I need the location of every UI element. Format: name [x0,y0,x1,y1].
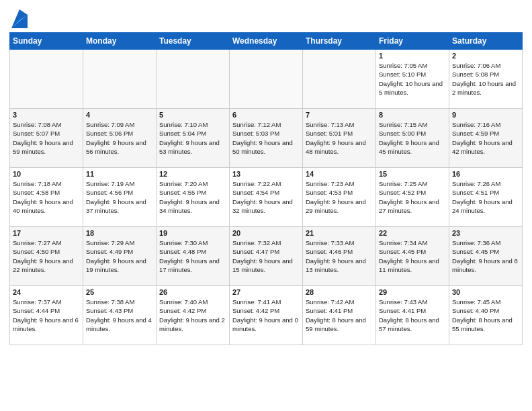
day-info: Daylight: 9 hours and 59 minutes. [13,138,80,156]
day-info: Daylight: 9 hours and 48 minutes. [306,138,373,156]
calendar-cell: 5Sunrise: 7:10 AMSunset: 5:04 PMDaylight… [157,109,230,168]
day-info: Daylight: 9 hours and 0 minutes. [232,316,300,334]
calendar-cell: 22Sunrise: 7:34 AMSunset: 4:45 PMDayligh… [376,227,449,286]
calendar-cell: 10Sunrise: 7:18 AMSunset: 4:58 PMDayligh… [10,168,83,227]
day-info: Sunrise: 7:34 AM [379,238,446,247]
day-info: Sunrise: 7:36 AM [452,238,519,247]
day-number: 17 [13,229,80,237]
day-info: Sunrise: 7:45 AM [452,298,519,306]
day-info: Sunrise: 7:32 AM [232,238,300,247]
calendar-cell: 3Sunrise: 7:08 AMSunset: 5:07 PMDaylight… [10,109,83,168]
day-info: Sunrise: 7:06 AM [452,61,519,70]
day-info: Sunset: 4:55 PM [159,188,226,197]
calendar-table: SundayMondayTuesdayWednesdayThursdayFrid… [9,32,523,345]
day-number: 14 [306,170,373,178]
day-info: Daylight: 9 hours and 19 minutes. [86,257,153,275]
day-info: Sunrise: 7:05 AM [379,61,446,70]
calendar-cell: 7Sunrise: 7:13 AMSunset: 5:01 PMDaylight… [303,109,376,168]
calendar-cell [157,50,230,109]
day-info: Sunset: 4:46 PM [306,247,373,256]
calendar-cell: 4Sunrise: 7:09 AMSunset: 5:06 PMDaylight… [83,109,157,168]
day-number: 19 [159,229,226,237]
day-number: 21 [306,229,373,237]
day-info: Daylight: 9 hours and 32 minutes. [232,197,300,216]
day-number: 6 [232,111,300,119]
week-row-4: 17Sunrise: 7:27 AMSunset: 4:50 PMDayligh… [10,227,523,286]
day-info: Daylight: 9 hours and 42 minutes. [452,138,519,156]
day-info: Sunrise: 7:41 AM [232,298,300,306]
day-info: Sunset: 4:41 PM [379,306,446,315]
day-number: 30 [452,288,519,296]
day-info: Sunrise: 7:23 AM [306,179,373,188]
day-number: 27 [232,288,300,296]
calendar-cell: 21Sunrise: 7:33 AMSunset: 4:46 PMDayligh… [303,227,376,286]
day-info: Daylight: 9 hours and 34 minutes. [159,197,226,216]
day-info: Sunset: 4:42 PM [159,306,226,315]
day-number: 7 [306,111,373,119]
day-info: Daylight: 9 hours and 22 minutes. [13,257,80,275]
day-info: Sunrise: 7:08 AM [13,120,80,129]
day-number: 8 [379,111,446,119]
day-info: Sunrise: 7:13 AM [306,120,373,129]
day-info: Sunrise: 7:16 AM [452,120,519,129]
week-row-3: 10Sunrise: 7:18 AMSunset: 4:58 PMDayligh… [10,168,523,227]
weekday-header-sunday: Sunday [10,33,83,50]
day-info: Sunset: 5:00 PM [379,129,446,138]
day-info: Daylight: 9 hours and 15 minutes. [232,257,300,275]
day-number: 12 [159,170,226,178]
day-number: 18 [86,229,153,237]
weekday-header-friday: Friday [376,33,449,50]
day-number: 13 [232,170,300,178]
day-info: Sunrise: 7:10 AM [159,120,226,129]
day-info: Sunrise: 7:18 AM [13,179,80,188]
day-number: 4 [86,111,153,119]
calendar-cell: 13Sunrise: 7:22 AMSunset: 4:54 PMDayligh… [230,168,303,227]
day-info: Sunrise: 7:43 AM [379,298,446,306]
day-info: Sunset: 4:43 PM [86,306,153,315]
weekday-header-saturday: Saturday [449,33,523,50]
day-number: 26 [159,288,226,296]
day-number: 20 [232,229,300,237]
day-info: Sunrise: 7:12 AM [232,120,300,129]
day-info: Sunset: 4:58 PM [13,188,80,197]
day-number: 23 [452,229,519,237]
day-number: 11 [86,170,153,178]
day-info: Sunset: 4:42 PM [232,306,300,315]
day-info: Daylight: 9 hours and 24 minutes. [452,197,519,216]
calendar-cell: 28Sunrise: 7:42 AMSunset: 4:41 PMDayligh… [303,286,376,345]
weekday-header-row: SundayMondayTuesdayWednesdayThursdayFrid… [10,33,523,50]
day-info: Sunrise: 7:22 AM [232,179,300,188]
calendar-cell [230,50,303,109]
page-container: SundayMondayTuesdayWednesdayThursdayFrid… [0,0,532,411]
day-info: Sunrise: 7:15 AM [379,120,446,129]
day-info: Daylight: 9 hours and 8 minutes. [452,257,519,275]
calendar-cell [83,50,157,109]
calendar-cell: 18Sunrise: 7:29 AMSunset: 4:49 PMDayligh… [83,227,157,286]
calendar-cell: 30Sunrise: 7:45 AMSunset: 4:40 PMDayligh… [449,286,523,345]
logo-icon [11,9,28,28]
day-info: Daylight: 9 hours and 27 minutes. [379,197,446,216]
header [9,7,523,28]
week-row-1: 1Sunrise: 7:05 AMSunset: 5:10 PMDaylight… [10,50,523,109]
calendar-cell: 27Sunrise: 7:41 AMSunset: 4:42 PMDayligh… [230,286,303,345]
day-info: Daylight: 9 hours and 4 minutes. [86,316,153,334]
day-info: Daylight: 9 hours and 13 minutes. [306,257,373,275]
calendar-cell: 14Sunrise: 7:23 AMSunset: 4:53 PMDayligh… [303,168,376,227]
calendar-cell: 24Sunrise: 7:37 AMSunset: 4:44 PMDayligh… [10,286,83,345]
day-info: Sunrise: 7:20 AM [159,179,226,188]
calendar-cell: 1Sunrise: 7:05 AMSunset: 5:10 PMDaylight… [376,50,449,109]
day-info: Daylight: 9 hours and 37 minutes. [86,197,153,216]
calendar-cell: 17Sunrise: 7:27 AMSunset: 4:50 PMDayligh… [10,227,83,286]
calendar-cell: 26Sunrise: 7:40 AMSunset: 4:42 PMDayligh… [157,286,230,345]
calendar-cell: 20Sunrise: 7:32 AMSunset: 4:47 PMDayligh… [230,227,303,286]
day-info: Daylight: 9 hours and 11 minutes. [379,257,446,275]
calendar-cell: 9Sunrise: 7:16 AMSunset: 4:59 PMDaylight… [449,109,523,168]
day-info: Sunset: 4:48 PM [159,247,226,256]
day-info: Daylight: 9 hours and 53 minutes. [159,138,226,156]
day-info: Daylight: 9 hours and 29 minutes. [306,197,373,216]
day-number: 10 [13,170,80,178]
calendar-cell: 12Sunrise: 7:20 AMSunset: 4:55 PMDayligh… [157,168,230,227]
day-info: Sunset: 4:50 PM [13,247,80,256]
day-info: Daylight: 9 hours and 56 minutes. [86,138,153,156]
calendar-cell: 19Sunrise: 7:30 AMSunset: 4:48 PMDayligh… [157,227,230,286]
